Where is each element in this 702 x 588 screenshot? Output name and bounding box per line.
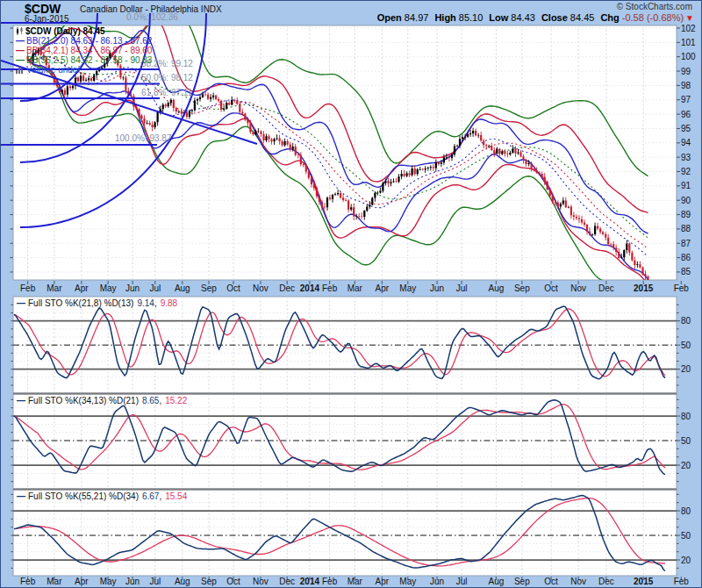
svg-text:99: 99 — [681, 67, 691, 76]
svg-text:50: 50 — [681, 436, 691, 446]
legend-volume-row: Volume undef — [16, 65, 152, 75]
svg-text:Dec: Dec — [279, 577, 295, 586]
candlestick-icon — [16, 27, 24, 35]
sto2-title: Full STO %K(34,13) %D(21) — [28, 396, 139, 405]
svg-text:Apr: Apr — [376, 283, 390, 293]
volume-bars-icon — [16, 67, 25, 74]
svg-text:92: 92 — [681, 167, 691, 176]
svg-text:Jun: Jun — [430, 283, 444, 293]
svg-text:89: 89 — [681, 210, 691, 219]
svg-text:80: 80 — [681, 316, 691, 326]
svg-text:50: 50 — [681, 531, 691, 541]
svg-text:20: 20 — [681, 364, 691, 374]
bb21-label: BB(21,2.0) 84.63 - 86.13 - 87.62 — [26, 36, 152, 46]
svg-text:Nov: Nov — [570, 283, 586, 293]
svg-text:2015: 2015 — [634, 577, 654, 586]
svg-text:Sep: Sep — [201, 577, 217, 586]
sto3-line-icon: — — [17, 491, 25, 501]
svg-text:Dec: Dec — [598, 283, 614, 293]
high-value: 85.10 — [459, 12, 484, 23]
bb55-label: BB(55,2.5) 84.32 - 87.58 - 90.83 — [26, 55, 152, 65]
svg-text:Oct: Oct — [544, 283, 558, 293]
bb55-line-icon: — — [16, 55, 25, 65]
chg-label: Chg — [600, 12, 619, 23]
sto2-d-value: 15.22 — [165, 396, 187, 405]
sto-panel2-legend: —Full STO %K(34,13) %D(21)8.65,15.22 — [17, 396, 187, 405]
svg-text:61.8%: 97.11: 61.8%: 97.11 — [141, 88, 193, 97]
svg-text:Feb: Feb — [20, 577, 36, 586]
svg-text:Feb: Feb — [322, 283, 338, 293]
svg-text:Jul: Jul — [149, 577, 161, 586]
open-label: Open — [377, 12, 402, 23]
high-label: High — [434, 12, 455, 23]
svg-text:86: 86 — [681, 253, 691, 262]
sto3-d-value: 15.54 — [165, 491, 187, 501]
svg-text:Feb: Feb — [674, 577, 690, 586]
svg-text:Oct: Oct — [226, 283, 240, 293]
low-label: Low — [489, 12, 508, 23]
low-value: 84.43 — [511, 12, 535, 23]
svg-text:96: 96 — [681, 110, 691, 119]
ohlc-quote-bar: Open84.97High85.10Low84.43Close84.45Chg-… — [371, 12, 694, 23]
svg-text:97: 97 — [681, 95, 691, 104]
svg-text:80: 80 — [681, 412, 691, 421]
legend-title-row: $CDW (Daily) 84.45 — [16, 26, 152, 36]
sto-panel3-legend: —Full STO %K(55,21) %D(34)6.67,15.54 — [17, 491, 187, 501]
svg-text:Feb: Feb — [674, 283, 690, 293]
svg-text:50: 50 — [681, 341, 691, 350]
sto1-k-value: 9.14 — [137, 298, 154, 308]
svg-text:Apr: Apr — [376, 577, 390, 586]
svg-text:May: May — [100, 283, 117, 293]
sto-panel1-legend: —Full STO %K(21,8) %D(13)9.14,9.88 — [17, 298, 177, 308]
svg-text:May: May — [399, 577, 416, 586]
svg-text:Nov: Nov — [253, 577, 269, 586]
close-label: Close — [541, 12, 568, 23]
svg-text:Jul: Jul — [456, 577, 468, 586]
quote-date: 6-Jan-2015 — [25, 14, 69, 24]
bb34-label: BB(34,2.1) 84.34 - 86.97 - 89.60 — [26, 46, 152, 55]
svg-text:Jun: Jun — [125, 283, 140, 293]
svg-text:Nov: Nov — [570, 577, 586, 586]
svg-text:Jul: Jul — [456, 283, 468, 293]
value-separator: , — [159, 396, 161, 405]
svg-text:101: 101 — [681, 38, 696, 47]
svg-text:95: 95 — [681, 124, 691, 133]
legend-title: $CDW (Daily) 84.45 — [25, 26, 105, 36]
svg-text:Sep: Sep — [514, 283, 530, 293]
sto2-line-icon: — — [17, 396, 25, 405]
svg-text:2014: 2014 — [300, 283, 320, 293]
legend-bb21-row: —BB(21,2.0) 84.63 - 86.13 - 87.62 — [16, 36, 152, 46]
main-chart-legend: $CDW (Daily) 84.45 —BB(21,2.0) 84.63 - 8… — [16, 26, 152, 75]
svg-text:Jun: Jun — [430, 577, 444, 586]
svg-text:Oct: Oct — [226, 577, 240, 586]
svg-text:2014: 2014 — [300, 577, 320, 586]
down-triangle-icon: ▼ — [685, 13, 694, 23]
svg-text:Feb: Feb — [322, 577, 338, 586]
legend-bb34-row: —BB(34,2.1) 84.34 - 86.97 - 89.60 — [16, 46, 152, 55]
svg-text:Mar: Mar — [47, 283, 62, 293]
svg-text:91: 91 — [681, 181, 691, 190]
svg-text:20: 20 — [681, 556, 691, 565]
svg-text:Sep: Sep — [201, 283, 217, 293]
volume-label: Volume undef — [26, 65, 80, 75]
bb34-line-icon: — — [16, 46, 25, 55]
sto1-d-value: 9.88 — [161, 298, 177, 308]
svg-text:May: May — [399, 283, 416, 293]
legend-bb55-row: —BB(55,2.5) 84.32 - 87.58 - 90.83 — [16, 55, 152, 65]
svg-text:Aug: Aug — [175, 283, 190, 293]
svg-text:Aug: Aug — [488, 283, 504, 293]
svg-text:Apr: Apr — [75, 577, 89, 586]
svg-text:Sep: Sep — [514, 577, 530, 586]
value-separator: , — [154, 298, 157, 308]
ticker-description: Canadian Dollar - Philadelphia INDX — [80, 4, 222, 14]
svg-text:80: 80 — [681, 506, 691, 516]
chg-value: -0.58 (-0.68%) — [622, 12, 684, 23]
svg-text:Mar: Mar — [47, 577, 62, 586]
svg-text:20: 20 — [681, 461, 691, 470]
svg-text:87: 87 — [681, 239, 691, 248]
stockcharts-page: 0.0%: 102.3638.2%: 99.1250.0%: 98.1261.8… — [0, 0, 702, 588]
svg-text:Mar: Mar — [347, 577, 363, 586]
svg-text:93: 93 — [681, 153, 691, 162]
sto1-line-icon: — — [17, 298, 25, 308]
copyright: © StockCharts.com — [617, 2, 692, 11]
